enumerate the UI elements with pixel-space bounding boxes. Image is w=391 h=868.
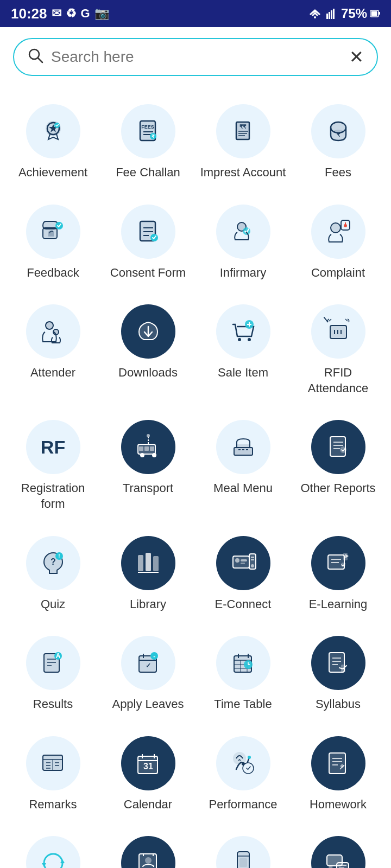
grid-item-rfid-attendance[interactable]: RFID Attendance — [291, 292, 386, 408]
status-bar: 10:28 ✉ ♻ G 📷 75% — [0, 0, 391, 27]
grid-label-infirmary: Infirmary — [220, 265, 267, 281]
grid-item-homework[interactable]: Homework — [291, 724, 386, 825]
grid-item-complaint[interactable]: Complaint — [291, 193, 386, 293]
grid-item-results[interactable]: A + Results — [5, 624, 100, 724]
grid-label-calendar: Calendar — [124, 797, 172, 813]
grid-item-e-connect[interactable]: E-Connect — [195, 524, 291, 624]
svg-line-64 — [345, 319, 348, 321]
grid-item-time-table[interactable]: Time Table — [195, 624, 291, 724]
grid-item-imprest-account[interactable]: ₹₹ Imprest Account — [195, 92, 291, 193]
grid-item-e-learning[interactable]: E-Learning — [291, 524, 386, 624]
rf-text: RF — [41, 437, 65, 458]
grid-label-syllabus: Syllabus — [316, 697, 361, 712]
grid-item-downloads[interactable]: Downloads — [100, 292, 195, 408]
svg-point-41 — [243, 227, 250, 235]
svg-point-70 — [140, 453, 144, 457]
svg-point-73 — [147, 434, 150, 437]
grid-label-attender: Attender — [30, 365, 75, 381]
grid-label-remarks: Remarks — [29, 797, 77, 813]
svg-point-52 — [238, 338, 241, 341]
svg-point-71 — [152, 453, 156, 457]
grid-item-remarks[interactable]: Remarks — [5, 724, 100, 825]
grid-label-fee-challan: Fee Challan — [116, 165, 180, 181]
grid-item-quiz[interactable]: ? ! Quiz — [5, 524, 100, 624]
grid-item-registration-form[interactable]: RF Registration form — [5, 408, 100, 524]
svg-rect-96 — [241, 559, 247, 561]
svg-rect-93 — [233, 556, 249, 568]
svg-text:✓: ✓ — [146, 662, 151, 669]
grid-item-fees[interactable]: ₹ Fees — [291, 92, 386, 193]
grid-item-performance[interactable]: Performance — [195, 724, 291, 825]
grid-label-e-connect: E-Connect — [215, 597, 272, 612]
grid-item-library[interactable]: Library — [100, 524, 195, 624]
grid-item-transport[interactable]: Transport — [100, 408, 195, 524]
grid-label-achievement: Achievement — [18, 165, 87, 181]
svg-rect-4 — [333, 9, 335, 19]
svg-point-160 — [243, 763, 254, 774]
grid-label-consent-form: Consent Form — [110, 265, 186, 281]
search-input[interactable] — [51, 48, 349, 66]
svg-rect-74 — [234, 448, 253, 455]
svg-rect-89 — [138, 555, 143, 571]
grid-label-other-reports: Other Reports — [300, 481, 375, 496]
svg-point-53 — [248, 338, 251, 341]
search-container: ✕ — [0, 27, 391, 87]
svg-text:+: + — [56, 654, 59, 658]
svg-marker-167 — [60, 859, 65, 863]
grid-label-transport: Transport — [123, 481, 173, 496]
svg-rect-1 — [326, 14, 328, 19]
grid-item-other-reports[interactable]: Other Reports — [291, 408, 386, 524]
svg-text:₹: ₹ — [152, 134, 155, 139]
svg-point-158 — [248, 756, 251, 759]
svg-rect-69 — [150, 446, 154, 451]
status-right: 75% — [307, 6, 380, 21]
search-icon — [27, 47, 43, 67]
grid-item-schedule[interactable] — [100, 824, 195, 868]
grid-label-apply-leaves: Apply Leaves — [112, 697, 184, 712]
svg-rect-7 — [371, 11, 377, 16]
grid-label-performance: Performance — [209, 797, 278, 813]
grid-label-registration-form: Registration form — [10, 481, 96, 512]
svg-point-171 — [145, 857, 152, 864]
grid-item-chat[interactable] — [291, 824, 386, 868]
svg-rect-103 — [328, 555, 344, 569]
grid-item-apply-leaves[interactable]: ✓ - Apply Leaves — [100, 624, 195, 724]
search-bar[interactable]: ✕ — [13, 38, 378, 76]
grid-label-homework: Homework — [310, 797, 367, 813]
svg-text:₹: ₹ — [337, 132, 340, 138]
svg-marker-168 — [42, 863, 46, 867]
svg-rect-68 — [144, 446, 149, 451]
grid-item-feedback[interactable]: Feedback — [5, 193, 100, 293]
grid-label-rfid-attendance: RFID Attendance — [295, 365, 381, 396]
search-clear-icon[interactable]: ✕ — [349, 47, 364, 67]
grid-item-consent-form[interactable]: Consent Form — [100, 193, 195, 293]
svg-point-0 — [314, 16, 316, 18]
grid-item-fee-challan[interactable]: FEES ₹ Fee Challan — [100, 92, 195, 193]
status-time: 10:28 ✉ ♻ G 📷 — [11, 5, 109, 22]
grid-item-calendar[interactable]: 31 Calendar — [100, 724, 195, 825]
grid-label-sale-item: Sale Item — [218, 365, 268, 381]
svg-rect-76 — [236, 444, 250, 448]
svg-rect-67 — [139, 446, 143, 451]
svg-text:?: ? — [51, 557, 56, 566]
svg-point-85 — [340, 446, 346, 453]
svg-rect-97 — [241, 563, 245, 564]
svg-rect-178 — [239, 858, 247, 867]
svg-line-63 — [329, 319, 331, 321]
app-grid: Achievement FEES ₹ Fee Challan ₹₹ — [0, 87, 391, 868]
svg-text:FEES: FEES — [141, 124, 154, 130]
grid-item-attender[interactable]: Attender — [5, 292, 100, 408]
grid-item-refresh[interactable] — [5, 824, 100, 868]
grid-label-complaint: Complaint — [311, 265, 365, 281]
svg-text:31: 31 — [143, 762, 153, 771]
grid-item-achievement[interactable]: Achievement — [5, 92, 100, 193]
grid-item-mobile[interactable] — [195, 824, 291, 868]
grid-item-meal-menu[interactable]: Meal Menu — [195, 408, 291, 524]
grid-item-syllabus[interactable]: Syllabus — [291, 624, 386, 724]
grid-item-infirmary[interactable]: Infirmary — [195, 193, 291, 293]
grid-label-feedback: Feedback — [27, 265, 79, 281]
grid-label-e-learning: E-Learning — [309, 597, 368, 612]
grid-item-sale-item[interactable]: Sale Item — [195, 292, 291, 408]
grid-label-meal-menu: Meal Menu — [213, 481, 273, 496]
svg-rect-6 — [379, 12, 380, 15]
